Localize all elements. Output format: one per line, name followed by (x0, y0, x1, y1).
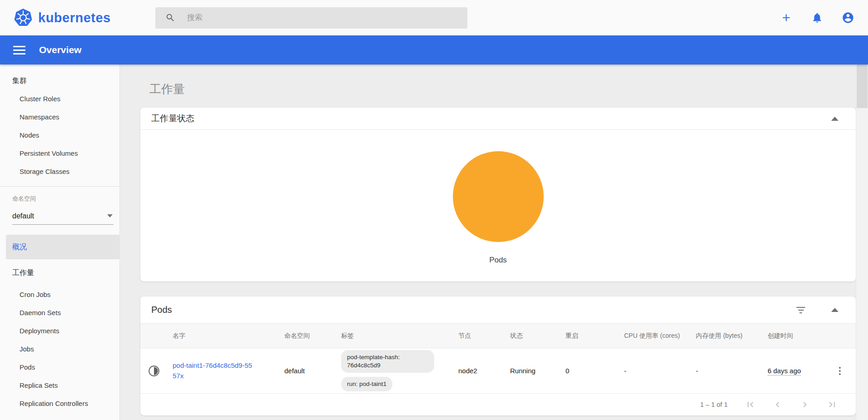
header-actions (780, 11, 854, 24)
pods-pie-chart: Pods (140, 130, 856, 282)
sidebar-item[interactable]: Daemon Sets (0, 304, 119, 322)
sidebar-item[interactable]: Cron Jobs (0, 286, 119, 304)
pods-table-header: 名字 命名空间 标签 节点 状态 重启 CPU 使用率 (cores) 内存使用… (140, 324, 856, 348)
column-header-namespace: 命名空间 (278, 331, 334, 340)
page-title: 工作量 (140, 80, 856, 98)
bell-icon (811, 12, 823, 24)
pagination-controls (745, 399, 838, 410)
sidebar-cluster-items: Cluster Roles Namespaces Nodes Persisten… (0, 90, 119, 181)
sidebar-item[interactable]: Replica Sets (0, 376, 119, 395)
pods-card-header: Pods (140, 296, 856, 324)
next-page-button[interactable] (799, 399, 810, 410)
sidebar-item[interactable]: Cluster Roles (0, 90, 119, 108)
scrollbar-track[interactable] (856, 64, 868, 420)
chevron-right-icon (799, 399, 810, 410)
user-profile-button[interactable] (842, 11, 854, 24)
pod-cpu-cell: - (617, 367, 689, 375)
namespace-select[interactable]: default (12, 208, 114, 225)
toolbar: Overview (0, 35, 868, 64)
notifications-button[interactable] (811, 11, 823, 24)
main-panel: 工作量 工作量状态 Pods Pods (120, 64, 868, 420)
pod-restarts-cell: 0 (559, 367, 617, 375)
pod-namespace-cell: default (278, 367, 334, 375)
search-box[interactable] (155, 7, 467, 29)
sidebar-item[interactable]: Nodes (0, 126, 119, 144)
chevron-left-icon (772, 399, 783, 410)
pod-labels-cell: pod-template-hash: 76d4c8c5d9 run: pod-t… (334, 350, 451, 392)
pie-chart-label: Pods (489, 256, 507, 265)
sidebar-item[interactable]: Deployments (0, 322, 119, 340)
filter-icon[interactable] (796, 307, 806, 313)
column-header-status: 状态 (503, 331, 559, 340)
create-resource-button[interactable] (780, 11, 793, 24)
table-row: pod-taint1-76d4c8c5d9-5557x default pod-… (140, 348, 856, 394)
collapse-card-icon[interactable] (831, 308, 838, 312)
sidebar-item[interactable]: Persistent Volumes (0, 144, 119, 163)
first-page-button[interactable] (745, 399, 756, 410)
collapse-card-icon[interactable] (831, 117, 838, 121)
sidebar-item[interactable]: Namespaces (0, 108, 119, 126)
first-page-icon (745, 399, 756, 410)
workload-status-card: 工作量状态 Pods (140, 108, 856, 282)
namespace-selected-value: default (12, 212, 34, 220)
sidebar-item[interactable]: Storage Classes (0, 163, 119, 181)
label-chip: run: pod-taint1 (341, 377, 392, 391)
menu-hamburger-button[interactable] (13, 46, 25, 54)
sidebar-nav: 集群 Cluster Roles Namespaces Nodes Persis… (0, 64, 120, 420)
pod-created-cell: 6 days ago (768, 367, 801, 376)
pod-status-cell: Running (503, 367, 559, 375)
last-page-icon (827, 399, 838, 410)
account-circle-icon (842, 11, 854, 25)
search-input[interactable] (187, 13, 467, 22)
row-menu-kebab-icon[interactable] (834, 367, 845, 375)
pod-memory-cell: - (689, 367, 761, 375)
kubernetes-wheel-icon (14, 8, 33, 27)
workload-status-title: 工作量状态 (151, 113, 194, 124)
search-icon (165, 13, 175, 23)
sidebar-section-cluster: 集群 (0, 72, 119, 90)
kubernetes-logo: kubernetes (14, 8, 111, 27)
pagination-range: 1 – 1 of 1 (700, 401, 728, 408)
plus-icon (780, 12, 792, 24)
page-header-title: Overview (39, 44, 81, 55)
column-header-name: 名字 (166, 331, 278, 340)
column-header-memory: 内存使用 (bytes) (689, 331, 761, 340)
column-header-restarts: 重启 (559, 331, 617, 340)
sidebar-item[interactable]: Replication Controllers (0, 395, 119, 413)
content-area: 集群 Cluster Roles Namespaces Nodes Persis… (0, 64, 868, 420)
sidebar-item[interactable]: Jobs (0, 340, 119, 358)
logo-wordmark: kubernetes (38, 10, 111, 25)
pie-chart-circle (453, 151, 544, 242)
column-header-node: 节点 (451, 331, 503, 340)
sidebar-divider (0, 186, 119, 187)
pod-status-icon (148, 365, 160, 377)
namespace-label: 命名空间 (0, 195, 119, 205)
sidebar-section-workloads: 工作量 (0, 264, 119, 282)
label-chip: pod-template-hash: 76d4c8c5d9 (341, 350, 434, 373)
previous-page-button[interactable] (772, 399, 783, 410)
sidebar-workloads-items: Cron Jobs Daemon Sets Deployments Jobs P… (0, 286, 119, 413)
pod-name-link[interactable]: pod-taint1-76d4c8c5d9-5557x (173, 361, 254, 381)
sidebar-item-overview-active[interactable]: 概况 (6, 235, 120, 259)
workload-status-card-header: 工作量状态 (140, 108, 856, 130)
sidebar-item[interactable]: Pods (0, 358, 119, 376)
app-header: kubernetes (0, 0, 868, 35)
chevron-down-icon (107, 214, 113, 217)
column-header-cpu: CPU 使用率 (cores) (617, 331, 689, 340)
pods-card: Pods 名字 命名空间 标签 节点 状态 重启 CPU 使用率 (cores)… (140, 296, 856, 415)
column-header-created: 创建时间 (761, 331, 828, 340)
pods-card-title: Pods (151, 305, 172, 315)
last-page-button[interactable] (827, 399, 838, 410)
scrollbar-thumb[interactable] (857, 64, 868, 108)
column-header-labels: 标签 (334, 331, 451, 340)
pod-node-cell: node2 (451, 367, 503, 375)
pods-table-footer: 1 – 1 of 1 (140, 394, 856, 415)
